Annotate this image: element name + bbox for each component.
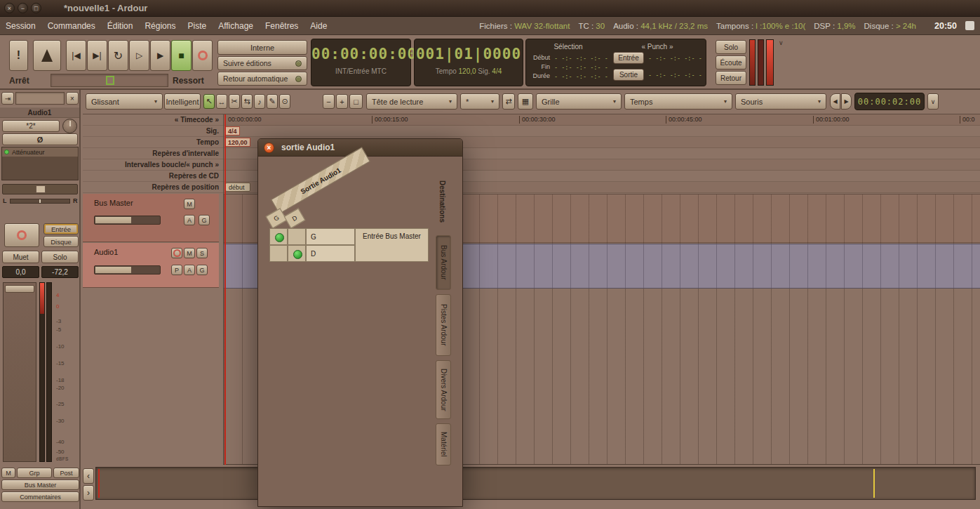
tool-stretch-button[interactable]: ⇆ <box>241 94 253 109</box>
follow-edits-toggle[interactable]: Suivre éditions <box>217 56 307 70</box>
selection-duration-clock[interactable]: - -:- -:- -:- - <box>554 73 608 80</box>
secondary-clock[interactable]: 001|01|0000 <box>415 46 523 62</box>
zoom-focus-dropdown[interactable]: Tête de lecture▾ <box>366 93 457 110</box>
pan-position-bar[interactable] <box>10 199 70 204</box>
primary-clock[interactable]: 00:00:00:00 <box>311 46 410 62</box>
menu-piste[interactable]: Piste <box>187 21 206 31</box>
zoom-fit-button[interactable]: □ <box>349 94 363 109</box>
audio-group-button[interactable]: G <box>196 265 208 275</box>
punch-out-button[interactable]: Sortie <box>613 69 644 81</box>
pan-handle[interactable] <box>36 185 46 193</box>
play-button[interactable]: ▶ <box>150 40 170 71</box>
track-record-enable-button[interactable] <box>171 248 182 258</box>
sig-marker[interactable]: 4/4 <box>225 126 240 135</box>
bus-group-button[interactable]: G <box>199 215 210 225</box>
pan-slider[interactable] <box>2 184 78 194</box>
sig-value[interactable]: 4/4 <box>492 67 502 75</box>
global-feedback-button[interactable]: Retour <box>716 71 746 85</box>
tempo-value[interactable]: 120,0 <box>459 67 476 75</box>
strip-name-plate[interactable]: Audio1 <box>0 107 79 118</box>
audio-playlist-button[interactable]: P <box>171 265 182 275</box>
tool-audition-button[interactable]: ♪ <box>254 94 265 109</box>
system-clock[interactable]: 20:50 <box>934 21 957 31</box>
bus-gain-slider[interactable] <box>94 216 161 225</box>
audio-mute-button[interactable]: M <box>184 248 195 258</box>
toolbar-options-button[interactable]: ∨ <box>927 93 939 110</box>
audio-automation-button[interactable]: A <box>184 265 195 275</box>
grid-dropdown[interactable]: Grille▾ <box>536 93 622 110</box>
record-enable-button[interactable] <box>4 223 39 247</box>
phase-invert-button[interactable]: Ø <box>2 133 78 145</box>
tempo-marker[interactable]: 120,00 <box>225 138 250 147</box>
playhead-line[interactable] <box>224 114 226 465</box>
matrix-cell[interactable] <box>288 228 306 245</box>
loop-button[interactable]: ↻ <box>108 40 128 71</box>
zoom-in-button[interactable]: + <box>336 94 348 109</box>
punch-in-clock[interactable]: - -:- -:- -:- - <box>648 55 702 62</box>
tool-range-button[interactable]: ↔ <box>216 94 227 109</box>
goto-end-button[interactable]: ▶| <box>87 40 107 71</box>
strip-meterpoint-button[interactable]: Post <box>53 468 79 478</box>
matrix-cell[interactable] <box>288 245 306 262</box>
shuttle-handle[interactable] <box>106 76 114 85</box>
audio-solo-button[interactable]: S <box>196 248 208 258</box>
selection-start-clock[interactable]: - -:- -:- -:- - <box>554 55 608 62</box>
snapshot-button[interactable]: ▦ <box>518 93 533 110</box>
matrix-cell[interactable] <box>269 228 288 245</box>
tab-bus-ardour[interactable]: Bus Ardour <box>436 235 451 290</box>
window-close-button[interactable]: × <box>4 3 15 13</box>
nudge-forward-button[interactable]: ▶ <box>841 93 852 110</box>
edit-mode-dropdown[interactable]: Glissant▾ <box>86 93 163 110</box>
strip-comments-button[interactable]: Commentaires <box>1 491 79 502</box>
meter-options-icon[interactable]: ∨ <box>779 39 784 46</box>
stop-button[interactable]: ■ <box>171 40 192 71</box>
global-listen-button[interactable]: Écoute <box>716 55 746 70</box>
dialog-close-button[interactable]: × <box>264 143 274 153</box>
menu-edition[interactable]: Édition <box>107 21 133 31</box>
tool-cut-button[interactable]: ✂ <box>229 94 240 109</box>
shuttle-control[interactable] <box>51 74 168 87</box>
track-header-audio1[interactable]: Audio1 M S P A G <box>83 243 219 288</box>
tab-divers-ardour[interactable]: Divers Ardour <box>436 360 451 419</box>
summary-scroll-left-button[interactable]: ‹ <box>83 468 94 484</box>
ruler-label-ranges[interactable]: Repères d'intervalle <box>83 148 223 159</box>
ruler-label-timecode[interactable]: « Timecode » <box>83 114 223 126</box>
global-solo-button[interactable]: Solo <box>716 40 746 54</box>
strip-m-button[interactable]: M <box>1 468 15 478</box>
track-header-bus-master[interactable]: Bus Master M A G <box>83 194 219 242</box>
audio-gain-slider[interactable] <box>94 265 161 275</box>
gain-display[interactable]: 0,0 <box>2 266 39 278</box>
indicator-icon[interactable] <box>965 21 974 30</box>
zoom-out-button[interactable]: − <box>323 94 335 109</box>
grid-unit-dropdown[interactable]: Temps▾ <box>624 93 732 110</box>
metronome-button[interactable] <box>33 40 61 71</box>
sync-source-button[interactable]: Interne <box>217 40 307 55</box>
monitor-input-button[interactable]: Entrée <box>43 223 79 234</box>
punch-out-clock[interactable]: - -:- -:- -:- - <box>648 72 702 79</box>
tool-zoom-button[interactable]: ⊙ <box>279 94 290 109</box>
input-button[interactable]: *2* <box>2 120 60 132</box>
window-minimize-button[interactable]: − <box>18 3 28 13</box>
ruler-label-loop-punch[interactable]: Intervalles boucle/« punch » <box>83 159 223 171</box>
ruler-label-position[interactable]: Repères de position <box>83 182 223 193</box>
menu-commandes[interactable]: Commandes <box>48 21 95 31</box>
session-summary[interactable] <box>95 467 976 500</box>
processor-fader-entry[interactable]: Atténuateur <box>2 147 78 157</box>
tab-pistes-ardour[interactable]: Pistes Ardour <box>436 294 451 356</box>
strip-close-button[interactable]: × <box>66 92 79 105</box>
goto-start-button[interactable]: |◀ <box>66 40 86 71</box>
window-titlebar[interactable]: × − □ *nouvelle1 - Ardour <box>0 0 980 17</box>
error-log-button[interactable]: ! <box>9 40 28 71</box>
timecode-ruler[interactable]: 00:00:00:00 00:00:15:00 00:00:30:00 00:0… <box>224 114 980 126</box>
strip-output-button[interactable]: Bus Master <box>1 480 79 490</box>
sig-ruler[interactable]: 4/4 <box>224 126 980 137</box>
menu-regions[interactable]: Régions <box>145 21 175 31</box>
processor-box[interactable]: Atténuateur <box>1 147 79 180</box>
nudge-clock[interactable]: 00:00:02:00 <box>854 93 925 110</box>
play-range-button[interactable]: ▷ <box>129 40 149 71</box>
ruler-label-cd[interactable]: Repères de CD <box>83 171 223 182</box>
edit-point-dropdown[interactable]: *▾ <box>460 93 499 110</box>
punch-in-button[interactable]: Entrée <box>613 52 644 64</box>
monitor-disk-button[interactable]: Disque <box>43 236 79 247</box>
matrix-cell[interactable] <box>269 245 288 262</box>
